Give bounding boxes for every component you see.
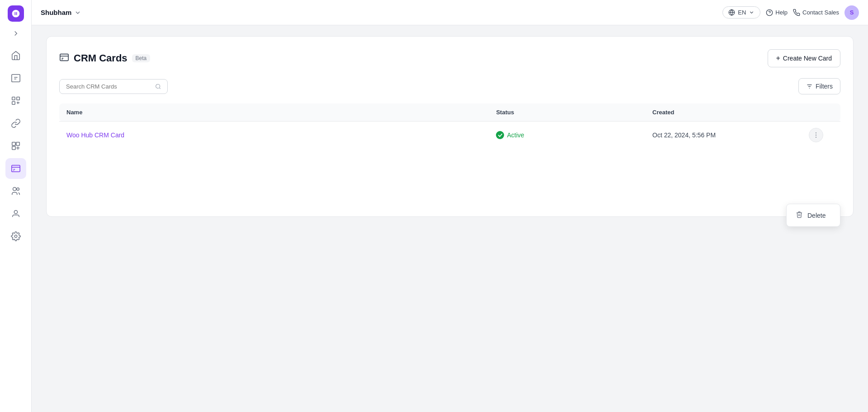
svg-rect-16 (60, 54, 68, 61)
search-box[interactable] (59, 79, 168, 94)
sidebar-item-audiences[interactable] (5, 181, 26, 201)
col-created: Created (645, 103, 802, 122)
delete-menu-item[interactable]: Delete (789, 207, 837, 224)
filters-button[interactable]: Filters (798, 78, 840, 94)
create-new-card-button[interactable]: + Create New Card (768, 49, 841, 67)
title-group: CRM Cards Beta (59, 52, 150, 64)
sidebar (0, 0, 32, 412)
sidebar-item-crm-cards[interactable] (5, 158, 26, 179)
phone-icon (793, 9, 800, 16)
filter-icon (806, 83, 813, 90)
svg-point-9 (16, 188, 19, 191)
delete-icon (796, 211, 803, 220)
user-avatar[interactable]: S (844, 5, 859, 20)
help-label: Help (775, 9, 788, 16)
row-created-cell: Oct 22, 2024, 5:56 PM (645, 122, 802, 149)
workspace-name: Shubham (41, 9, 71, 16)
svg-rect-5 (16, 142, 19, 145)
svg-point-8 (13, 187, 16, 191)
sidebar-item-reports[interactable] (5, 90, 26, 111)
svg-point-10 (14, 211, 17, 214)
svg-rect-4 (12, 142, 15, 145)
col-name: Name (59, 103, 489, 122)
row-name-cell: Woo Hub CRM Card (59, 122, 489, 149)
svg-point-17 (156, 84, 160, 88)
svg-rect-7 (11, 165, 19, 172)
table-head: Name Status Created (59, 103, 840, 122)
plus-icon: + (776, 54, 780, 62)
more-dots-icon (812, 131, 820, 139)
beta-badge: Beta (132, 54, 151, 62)
globe-icon (728, 9, 735, 16)
topbar: Shubham EN Help Contact Sales S (32, 0, 868, 25)
svg-point-24 (816, 137, 816, 138)
create-button-label: Create New Card (783, 55, 832, 62)
help-button[interactable]: Help (766, 9, 788, 16)
table-body: Woo Hub CRM Card Active Oct 22, 202 (59, 122, 840, 149)
row-actions-cell (802, 122, 840, 149)
lang-label: EN (738, 9, 746, 16)
svg-rect-0 (11, 75, 19, 82)
table-row: Woo Hub CRM Card Active Oct 22, 202 (59, 122, 840, 149)
app-logo[interactable] (8, 5, 24, 22)
svg-rect-6 (12, 146, 15, 150)
created-date: Oct 22, 2024, 5:56 PM (652, 131, 716, 139)
avatar-letter: S (850, 9, 854, 16)
sidebar-item-home[interactable] (5, 45, 26, 66)
delete-label: Delete (807, 212, 826, 219)
context-menu: Delete (786, 204, 840, 227)
status-label: Active (507, 131, 524, 139)
row-more-button[interactable] (809, 128, 823, 142)
svg-line-18 (159, 88, 160, 89)
svg-rect-3 (12, 102, 14, 104)
sidebar-item-contacts[interactable] (5, 68, 26, 89)
status-active-badge: Active (496, 131, 638, 139)
search-input[interactable] (66, 83, 151, 90)
workspace-title[interactable]: Shubham (41, 9, 81, 16)
crm-cards-title-icon (59, 52, 69, 64)
chevron-down-icon (74, 9, 81, 16)
help-icon (766, 9, 773, 16)
contact-sales-button[interactable]: Contact Sales (793, 9, 839, 16)
crm-card-name-link[interactable]: Woo Hub CRM Card (66, 131, 124, 139)
page-content: CRM Cards Beta + Create New Card Filters (32, 25, 868, 412)
sidebar-item-teams[interactable] (5, 203, 26, 224)
sidebar-item-links[interactable] (5, 113, 26, 134)
svg-rect-2 (16, 97, 19, 100)
contact-sales-label: Contact Sales (802, 9, 839, 16)
sidebar-item-add-widget[interactable] (5, 136, 26, 156)
row-status-cell: Active (489, 122, 645, 149)
sidebar-toggle[interactable] (9, 27, 22, 40)
sidebar-item-settings[interactable] (5, 226, 26, 247)
lang-chevron-icon (749, 9, 755, 15)
search-filter-row: Filters (59, 78, 840, 94)
crm-cards-panel: CRM Cards Beta + Create New Card Filters (46, 36, 854, 217)
page-title: CRM Cards (74, 52, 127, 64)
main-area: Shubham EN Help Contact Sales S (32, 0, 868, 412)
svg-point-22 (816, 132, 816, 133)
crm-cards-table: Name Status Created Woo Hub CRM Card (59, 103, 840, 149)
svg-point-23 (816, 135, 816, 136)
col-status: Status (489, 103, 645, 122)
language-selector[interactable]: EN (722, 6, 760, 19)
filters-label: Filters (816, 83, 833, 90)
svg-rect-1 (12, 97, 14, 100)
panel-header: CRM Cards Beta + Create New Card (59, 49, 840, 67)
search-icon (155, 83, 161, 90)
svg-point-11 (14, 235, 17, 238)
col-actions (802, 103, 840, 122)
active-dot (496, 131, 504, 139)
